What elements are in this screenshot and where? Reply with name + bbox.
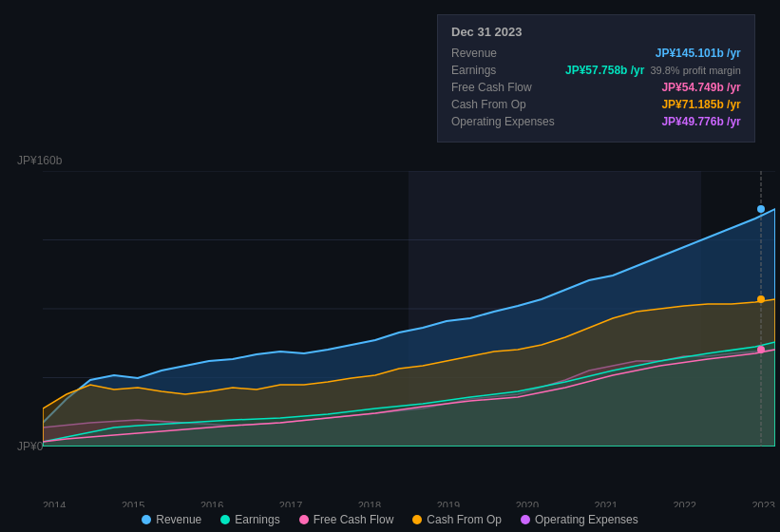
- legend-item-opex[interactable]: Operating Expenses: [521, 513, 638, 526]
- legend-dot-opex: [521, 515, 530, 524]
- legend-item-revenue[interactable]: Revenue: [142, 513, 201, 526]
- legend-label-fcf: Free Cash Flow: [314, 513, 394, 526]
- svg-point-7: [757, 205, 765, 213]
- tooltip-label-revenue: Revenue: [451, 47, 565, 60]
- legend-dot-earnings: [220, 515, 230, 524]
- tooltip-row-opex: Operating Expenses JP¥49.776b /yr: [451, 115, 741, 128]
- legend-dot-fcf: [299, 515, 309, 524]
- y-label-top: JP¥160b: [17, 154, 62, 167]
- legend-item-cfo[interactable]: Cash From Op: [412, 513, 502, 526]
- tooltip-date: Dec 31 2023: [451, 25, 741, 39]
- svg-point-8: [757, 295, 765, 303]
- legend-label-opex: Operating Expenses: [535, 513, 638, 526]
- tooltip-row-revenue: Revenue JP¥145.101b /yr: [451, 47, 741, 60]
- tooltip-label-cfo: Cash From Op: [451, 98, 565, 111]
- tooltip-value-revenue: JP¥145.101b /yr: [656, 47, 741, 60]
- chart-legend: Revenue Earnings Free Cash Flow Cash Fro…: [0, 507, 780, 532]
- legend-label-earnings: Earnings: [235, 513, 279, 526]
- tooltip-label-fcf: Free Cash Flow: [451, 81, 565, 94]
- tooltip-value-fcf: JP¥54.749b /yr: [661, 81, 740, 94]
- tooltip-label-opex: Operating Expenses: [451, 115, 565, 128]
- chart-container: Dec 31 2023 Revenue JP¥145.101b /yr Earn…: [0, 0, 780, 532]
- legend-dot-revenue: [142, 515, 151, 524]
- tooltip-row-earnings: Earnings JP¥57.758b /yr 39.8% profit mar…: [451, 64, 741, 77]
- tooltip-value-earnings: JP¥57.758b /yr: [565, 64, 644, 77]
- y-label-bottom: JP¥0: [17, 440, 43, 453]
- legend-item-fcf[interactable]: Free Cash Flow: [299, 513, 394, 526]
- svg-point-9: [757, 346, 765, 353]
- tooltip-value-opex: JP¥49.776b /yr: [661, 115, 740, 128]
- tooltip-value-cfo: JP¥71.185b /yr: [661, 98, 740, 111]
- tooltip-sub-earnings: 39.8% profit margin: [650, 65, 740, 76]
- legend-dot-cfo: [412, 515, 422, 524]
- tooltip-row-cfo: Cash From Op JP¥71.185b /yr: [451, 98, 741, 111]
- tooltip-label-earnings: Earnings: [451, 64, 565, 77]
- legend-label-revenue: Revenue: [156, 513, 201, 526]
- tooltip-row-fcf: Free Cash Flow JP¥54.749b /yr: [451, 81, 741, 94]
- legend-label-cfo: Cash From Op: [427, 513, 502, 526]
- main-chart-svg[interactable]: [43, 171, 775, 446]
- legend-item-earnings[interactable]: Earnings: [220, 513, 279, 526]
- tooltip-card: Dec 31 2023 Revenue JP¥145.101b /yr Earn…: [437, 14, 755, 142]
